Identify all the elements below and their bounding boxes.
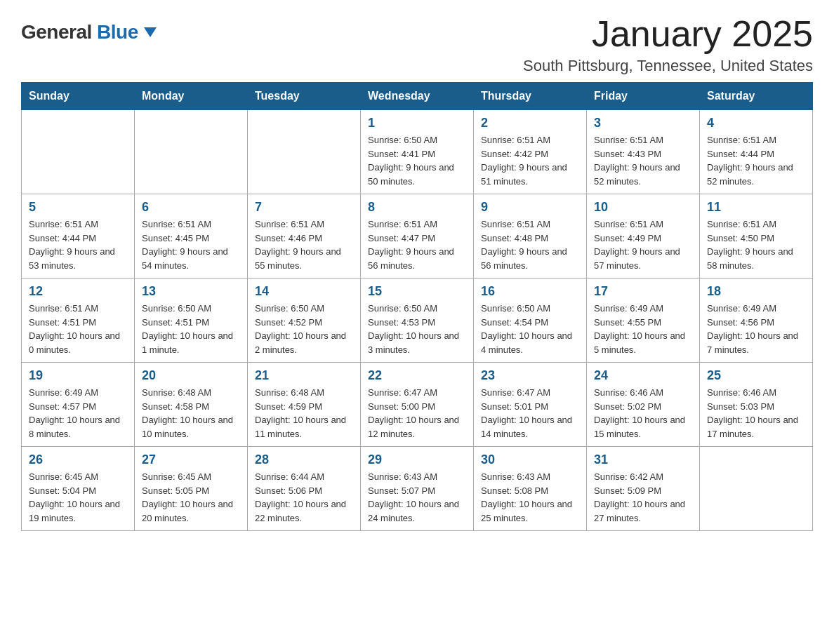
day-info: Sunrise: 6:45 AM Sunset: 5:04 PM Dayligh…	[29, 470, 127, 525]
day-number: 15	[368, 284, 466, 299]
calendar-cell: 27Sunrise: 6:45 AM Sunset: 5:05 PM Dayli…	[135, 447, 248, 531]
page-header: General Blue January 2025 South Pittsbur…	[21, 14, 813, 75]
weekday-header-tuesday: Tuesday	[248, 83, 361, 110]
location-title: South Pittsburg, Tennessee, United State…	[523, 57, 813, 75]
day-number: 10	[594, 200, 692, 215]
month-title: January 2025	[523, 14, 813, 54]
calendar-week-row: 12Sunrise: 6:51 AM Sunset: 4:51 PM Dayli…	[22, 279, 813, 363]
weekday-header-thursday: Thursday	[474, 83, 587, 110]
day-info: Sunrise: 6:46 AM Sunset: 5:02 PM Dayligh…	[594, 386, 692, 441]
weekday-header-row: SundayMondayTuesdayWednesdayThursdayFrid…	[22, 83, 813, 110]
day-info: Sunrise: 6:51 AM Sunset: 4:45 PM Dayligh…	[142, 217, 240, 272]
day-info: Sunrise: 6:51 AM Sunset: 4:48 PM Dayligh…	[481, 217, 579, 272]
day-info: Sunrise: 6:51 AM Sunset: 4:43 PM Dayligh…	[594, 133, 692, 188]
day-number: 1	[368, 116, 466, 130]
calendar-cell	[700, 447, 813, 531]
day-number: 24	[594, 368, 692, 383]
day-info: Sunrise: 6:47 AM Sunset: 5:00 PM Dayligh…	[368, 386, 466, 441]
calendar-cell: 10Sunrise: 6:51 AM Sunset: 4:49 PM Dayli…	[587, 194, 700, 279]
day-number: 30	[481, 452, 579, 467]
calendar-cell: 16Sunrise: 6:50 AM Sunset: 4:54 PM Dayli…	[474, 279, 587, 363]
calendar-week-row: 19Sunrise: 6:49 AM Sunset: 4:57 PM Dayli…	[22, 363, 813, 447]
day-info: Sunrise: 6:45 AM Sunset: 5:05 PM Dayligh…	[142, 470, 240, 525]
day-info: Sunrise: 6:43 AM Sunset: 5:07 PM Dayligh…	[368, 470, 466, 525]
day-info: Sunrise: 6:50 AM Sunset: 4:52 PM Dayligh…	[255, 302, 353, 356]
calendar-cell: 2Sunrise: 6:51 AM Sunset: 4:42 PM Daylig…	[474, 110, 587, 194]
calendar-body: 1Sunrise: 6:50 AM Sunset: 4:41 PM Daylig…	[22, 110, 813, 531]
calendar-cell: 5Sunrise: 6:51 AM Sunset: 4:44 PM Daylig…	[22, 194, 135, 279]
calendar-cell: 19Sunrise: 6:49 AM Sunset: 4:57 PM Dayli…	[22, 363, 135, 447]
calendar-cell: 11Sunrise: 6:51 AM Sunset: 4:50 PM Dayli…	[700, 194, 813, 279]
day-number: 21	[255, 368, 353, 383]
day-number: 27	[142, 452, 240, 467]
calendar-cell: 15Sunrise: 6:50 AM Sunset: 4:53 PM Dayli…	[361, 279, 474, 363]
weekday-header-wednesday: Wednesday	[361, 83, 474, 110]
calendar-cell	[248, 110, 361, 194]
day-info: Sunrise: 6:51 AM Sunset: 4:44 PM Dayligh…	[707, 133, 805, 188]
day-number: 2	[481, 116, 579, 130]
day-number: 31	[594, 452, 692, 467]
day-number: 12	[29, 284, 127, 299]
day-info: Sunrise: 6:50 AM Sunset: 4:51 PM Dayligh…	[142, 302, 240, 356]
day-number: 14	[255, 284, 353, 299]
calendar-cell: 28Sunrise: 6:44 AM Sunset: 5:06 PM Dayli…	[248, 447, 361, 531]
day-info: Sunrise: 6:51 AM Sunset: 4:50 PM Dayligh…	[707, 217, 805, 272]
calendar-cell: 29Sunrise: 6:43 AM Sunset: 5:07 PM Dayli…	[361, 447, 474, 531]
calendar-cell	[22, 110, 135, 194]
calendar-week-row: 26Sunrise: 6:45 AM Sunset: 5:04 PM Dayli…	[22, 447, 813, 531]
calendar-week-row: 5Sunrise: 6:51 AM Sunset: 4:44 PM Daylig…	[22, 194, 813, 279]
calendar-cell: 21Sunrise: 6:48 AM Sunset: 4:59 PM Dayli…	[248, 363, 361, 447]
day-info: Sunrise: 6:49 AM Sunset: 4:55 PM Dayligh…	[594, 302, 692, 356]
day-number: 29	[368, 452, 466, 467]
calendar-cell: 6Sunrise: 6:51 AM Sunset: 4:45 PM Daylig…	[135, 194, 248, 279]
day-info: Sunrise: 6:48 AM Sunset: 4:58 PM Dayligh…	[142, 386, 240, 441]
weekday-header-sunday: Sunday	[22, 83, 135, 110]
day-info: Sunrise: 6:51 AM Sunset: 4:49 PM Dayligh…	[594, 217, 692, 272]
day-info: Sunrise: 6:51 AM Sunset: 4:44 PM Dayligh…	[29, 217, 127, 272]
calendar-week-row: 1Sunrise: 6:50 AM Sunset: 4:41 PM Daylig…	[22, 110, 813, 194]
calendar-cell: 20Sunrise: 6:48 AM Sunset: 4:58 PM Dayli…	[135, 363, 248, 447]
day-info: Sunrise: 6:43 AM Sunset: 5:08 PM Dayligh…	[481, 470, 579, 525]
calendar-cell: 22Sunrise: 6:47 AM Sunset: 5:00 PM Dayli…	[361, 363, 474, 447]
logo-triangle-icon	[144, 27, 157, 37]
day-info: Sunrise: 6:51 AM Sunset: 4:46 PM Dayligh…	[255, 217, 353, 272]
day-info: Sunrise: 6:50 AM Sunset: 4:54 PM Dayligh…	[481, 302, 579, 356]
day-info: Sunrise: 6:46 AM Sunset: 5:03 PM Dayligh…	[707, 386, 805, 441]
day-number: 25	[707, 368, 805, 383]
day-number: 11	[707, 200, 805, 215]
calendar-cell: 14Sunrise: 6:50 AM Sunset: 4:52 PM Dayli…	[248, 279, 361, 363]
day-info: Sunrise: 6:51 AM Sunset: 4:51 PM Dayligh…	[29, 302, 127, 356]
day-number: 6	[142, 200, 240, 215]
day-number: 20	[142, 368, 240, 383]
day-number: 19	[29, 368, 127, 383]
calendar-cell: 25Sunrise: 6:46 AM Sunset: 5:03 PM Dayli…	[700, 363, 813, 447]
day-info: Sunrise: 6:50 AM Sunset: 4:53 PM Dayligh…	[368, 302, 466, 356]
day-info: Sunrise: 6:49 AM Sunset: 4:56 PM Dayligh…	[707, 302, 805, 356]
day-info: Sunrise: 6:48 AM Sunset: 4:59 PM Dayligh…	[255, 386, 353, 441]
day-number: 5	[29, 200, 127, 215]
day-number: 16	[481, 284, 579, 299]
calendar-cell: 17Sunrise: 6:49 AM Sunset: 4:55 PM Dayli…	[587, 279, 700, 363]
calendar-cell: 7Sunrise: 6:51 AM Sunset: 4:46 PM Daylig…	[248, 194, 361, 279]
calendar-cell: 12Sunrise: 6:51 AM Sunset: 4:51 PM Dayli…	[22, 279, 135, 363]
day-number: 18	[707, 284, 805, 299]
calendar-cell: 26Sunrise: 6:45 AM Sunset: 5:04 PM Dayli…	[22, 447, 135, 531]
weekday-header-monday: Monday	[135, 83, 248, 110]
calendar-cell	[135, 110, 248, 194]
calendar-cell: 13Sunrise: 6:50 AM Sunset: 4:51 PM Dayli…	[135, 279, 248, 363]
day-number: 26	[29, 452, 127, 467]
day-number: 9	[481, 200, 579, 215]
logo-text-blue: Blue	[92, 21, 157, 43]
day-number: 22	[368, 368, 466, 383]
calendar-cell: 18Sunrise: 6:49 AM Sunset: 4:56 PM Dayli…	[700, 279, 813, 363]
day-info: Sunrise: 6:50 AM Sunset: 4:41 PM Dayligh…	[368, 133, 466, 188]
day-number: 3	[594, 116, 692, 130]
calendar-cell: 23Sunrise: 6:47 AM Sunset: 5:01 PM Dayli…	[474, 363, 587, 447]
calendar-cell: 8Sunrise: 6:51 AM Sunset: 4:47 PM Daylig…	[361, 194, 474, 279]
day-info: Sunrise: 6:51 AM Sunset: 4:47 PM Dayligh…	[368, 217, 466, 272]
logo: General Blue	[21, 21, 157, 43]
calendar-cell: 31Sunrise: 6:42 AM Sunset: 5:09 PM Dayli…	[587, 447, 700, 531]
day-number: 7	[255, 200, 353, 215]
day-info: Sunrise: 6:49 AM Sunset: 4:57 PM Dayligh…	[29, 386, 127, 441]
day-info: Sunrise: 6:42 AM Sunset: 5:09 PM Dayligh…	[594, 470, 692, 525]
